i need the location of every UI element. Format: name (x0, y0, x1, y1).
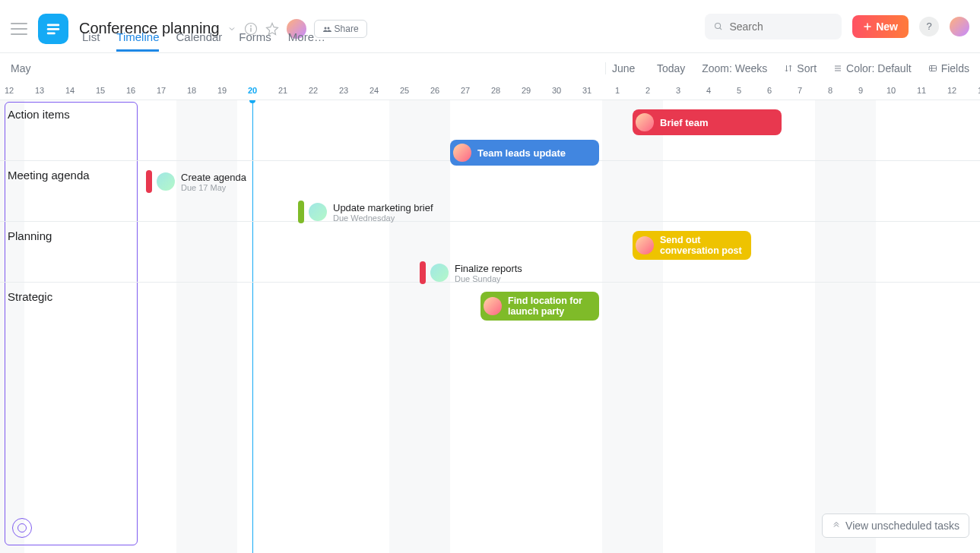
date-cell: 15 (85, 86, 116, 95)
tabs: List Timeline Calendar Forms More… (82, 30, 325, 52)
header-right: New ? (705, 14, 969, 40)
tab-list[interactable]: List (82, 30, 100, 52)
fields-select[interactable]: Fields (928, 62, 969, 74)
search-box[interactable] (705, 14, 842, 40)
tab-forms[interactable]: Forms (239, 30, 271, 52)
task-label: Send out conversa­tion post (660, 235, 742, 257)
new-button-label: New (876, 21, 898, 33)
task-team-leads-update[interactable]: Team leads update (450, 140, 599, 166)
status-pill (420, 261, 426, 284)
date-cell: 2 (633, 86, 663, 95)
avatar (309, 203, 327, 221)
date-cell: 3 (663, 86, 693, 95)
date-cell: 1 (602, 86, 633, 95)
task-brief-team[interactable]: Brief team (633, 109, 782, 135)
status-pill (298, 201, 304, 223)
avatar (636, 236, 654, 254)
date-cell: 13 (967, 86, 980, 95)
tab-calendar[interactable]: Calendar (176, 30, 222, 52)
date-cell: 18 (176, 86, 207, 95)
help-button[interactable]: ? (919, 17, 939, 36)
date-cell: 14 (55, 86, 85, 95)
date-ruler: 1213141516171819202122232425262728293031… (0, 84, 980, 100)
avatar (484, 297, 502, 315)
search-input[interactable] (729, 21, 833, 33)
color-select[interactable]: Color: Default (833, 62, 912, 74)
plus-icon (863, 22, 872, 31)
date-cell: 19 (207, 86, 237, 95)
date-cell: 29 (511, 86, 541, 95)
month-label-june: June (605, 62, 635, 74)
task-subtext: Due Sunday (455, 274, 522, 283)
section-label[interactable]: Meeting agenda (8, 169, 90, 182)
sort-button[interactable]: Sort (784, 62, 817, 74)
view-unscheduled-button[interactable]: View unscheduled tasks (822, 514, 969, 538)
date-cell: 23 (328, 86, 359, 95)
date-cell: 16 (116, 86, 146, 95)
date-cell: 22 (298, 86, 328, 95)
section-label[interactable]: Action items (8, 108, 70, 121)
avatar (430, 264, 449, 282)
user-avatar[interactable] (950, 17, 969, 36)
task-subtext: Due 17 May (181, 183, 246, 192)
task-update-marketing-brief[interactable]: Update marketing brief Due Wednesday (298, 201, 433, 223)
date-cell: 9 (845, 86, 876, 95)
date-cell: 13 (24, 86, 55, 95)
tab-more[interactable]: More… (288, 30, 325, 52)
tab-timeline[interactable]: Timeline (116, 30, 159, 52)
new-button[interactable]: New (852, 15, 909, 38)
avatar (157, 172, 175, 191)
task-create-agenda[interactable]: Create agenda Due 17 May (146, 170, 246, 193)
date-cell: 28 (480, 86, 511, 95)
task-finalize-reports[interactable]: Finalize reports Due Sunday (420, 261, 522, 284)
share-label: Share (335, 24, 359, 34)
sort-icon (784, 64, 793, 73)
svg-rect-2 (47, 32, 56, 34)
task-label: Team leads update (477, 147, 566, 159)
timeline-toolbar: May June Today Zoom: Weeks Sort Color: D… (0, 53, 980, 84)
svg-point-5 (250, 25, 252, 27)
date-cell: 11 (906, 86, 937, 95)
task-find-location[interactable]: Find location for launch party (480, 292, 599, 321)
section-label[interactable]: Planning (8, 229, 52, 242)
svg-rect-0 (47, 24, 60, 26)
svg-rect-1 (47, 28, 60, 30)
avatar (636, 113, 654, 131)
today-button[interactable]: Today (657, 62, 685, 74)
task-label: Finalize reports (455, 263, 522, 274)
project-icon[interactable] (38, 14, 68, 44)
timeline-body: Action items Meeting agenda Planning Str… (0, 100, 980, 553)
button-label: View unscheduled tasks (845, 520, 959, 532)
task-label: Find location for launch party (508, 295, 590, 318)
task-label: Brief team (660, 117, 709, 128)
zoom-select[interactable]: Zoom: Weeks (702, 62, 767, 74)
svg-point-7 (327, 27, 329, 29)
color-icon (833, 64, 842, 73)
date-cell: 12 (937, 86, 967, 95)
info-circle-button[interactable] (12, 518, 32, 538)
date-cell: 27 (450, 86, 480, 95)
date-cell: 5 (724, 86, 754, 95)
date-cell: 25 (389, 86, 420, 95)
task-subtext: Due Wednesday (333, 213, 433, 223)
date-cell: 24 (359, 86, 389, 95)
chevron-up-icon (832, 521, 841, 530)
date-cell: 12 (0, 86, 24, 95)
date-cell: 20 (237, 86, 268, 95)
svg-point-6 (324, 27, 326, 29)
date-cell: 31 (572, 86, 602, 95)
date-cell: 26 (420, 86, 450, 95)
date-cell: 17 (146, 86, 176, 95)
task-send-conversation-post[interactable]: Send out conversa­tion post (633, 231, 751, 260)
date-cell: 7 (785, 86, 815, 95)
avatar (453, 144, 471, 162)
fields-icon (928, 64, 937, 73)
app-header: Conference planning Share List Timeline … (0, 0, 980, 53)
date-cell: 10 (876, 86, 906, 95)
month-label-may: May (11, 62, 30, 74)
task-label: Create agenda (181, 172, 246, 183)
date-cell: 30 (541, 86, 572, 95)
menu-icon[interactable] (11, 21, 27, 37)
section-label[interactable]: Strategic (8, 290, 52, 303)
date-cell: 6 (754, 86, 785, 95)
